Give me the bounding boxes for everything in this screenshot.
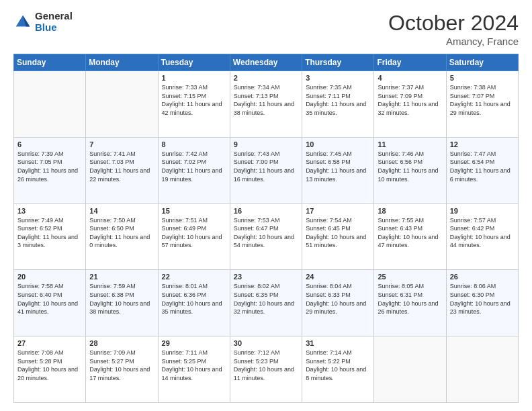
calendar-cell [14, 71, 86, 138]
calendar-cell: 17Sunrise: 7:54 AMSunset: 6:45 PMDayligh… [302, 203, 374, 270]
calendar-cell: 5Sunrise: 7:38 AMSunset: 7:07 PMDaylight… [446, 71, 518, 138]
header: General Blue October 2024 Amancy, France [13, 11, 519, 47]
day-info: Sunrise: 7:34 AMSunset: 7:13 PMDaylight:… [234, 83, 298, 117]
title-block: October 2024 Amancy, France [388, 11, 519, 47]
calendar-cell [86, 71, 158, 138]
day-number: 9 [234, 140, 298, 148]
calendar-week-row: 20Sunrise: 7:58 AMSunset: 6:40 PMDayligh… [14, 270, 519, 336]
calendar-header-friday: Friday [374, 54, 446, 71]
calendar-cell: 1Sunrise: 7:33 AMSunset: 7:15 PMDaylight… [158, 71, 230, 138]
calendar-cell: 30Sunrise: 7:12 AMSunset: 5:23 PMDayligh… [230, 336, 302, 403]
calendar-cell: 18Sunrise: 7:55 AMSunset: 6:43 PMDayligh… [374, 203, 446, 270]
calendar-cell: 21Sunrise: 7:59 AMSunset: 6:38 PMDayligh… [86, 270, 158, 336]
logo-general: General [35, 11, 73, 22]
calendar-cell: 4Sunrise: 7:37 AMSunset: 7:09 PMDaylight… [374, 71, 446, 138]
day-info: Sunrise: 7:47 AMSunset: 6:54 PMDaylight:… [450, 150, 515, 183]
day-info: Sunrise: 7:42 AMSunset: 7:02 PMDaylight:… [162, 150, 226, 183]
calendar-cell: 31Sunrise: 7:14 AMSunset: 5:22 PMDayligh… [302, 336, 374, 403]
calendar-cell: 28Sunrise: 7:09 AMSunset: 5:27 PMDayligh… [86, 336, 158, 403]
calendar-cell: 9Sunrise: 7:43 AMSunset: 7:00 PMDaylight… [230, 137, 302, 203]
day-info: Sunrise: 8:05 AMSunset: 6:31 PMDaylight:… [378, 282, 442, 316]
logo: General Blue [13, 11, 73, 33]
day-number: 27 [17, 339, 82, 347]
day-info: Sunrise: 7:12 AMSunset: 5:23 PMDaylight:… [234, 349, 298, 382]
day-info: Sunrise: 7:54 AMSunset: 6:45 PMDaylight:… [306, 216, 370, 250]
calendar-header-wednesday: Wednesday [230, 54, 302, 71]
calendar-week-row: 1Sunrise: 7:33 AMSunset: 7:15 PMDaylight… [14, 71, 519, 138]
calendar-week-row: 27Sunrise: 7:08 AMSunset: 5:28 PMDayligh… [14, 336, 519, 403]
day-number: 24 [306, 273, 370, 281]
calendar-cell: 24Sunrise: 8:04 AMSunset: 6:33 PMDayligh… [302, 270, 374, 336]
day-info: Sunrise: 7:39 AMSunset: 7:05 PMDaylight:… [17, 150, 82, 183]
day-info: Sunrise: 7:33 AMSunset: 7:15 PMDaylight:… [162, 83, 226, 117]
day-number: 25 [378, 273, 442, 281]
day-number: 1 [162, 74, 226, 82]
calendar-cell: 13Sunrise: 7:49 AMSunset: 6:52 PMDayligh… [14, 203, 86, 270]
calendar-header-saturday: Saturday [446, 54, 518, 71]
day-number: 29 [162, 339, 226, 347]
day-info: Sunrise: 7:14 AMSunset: 5:22 PMDaylight:… [306, 349, 370, 382]
day-info: Sunrise: 7:59 AMSunset: 6:38 PMDaylight:… [89, 282, 154, 316]
day-number: 7 [89, 140, 154, 148]
day-info: Sunrise: 7:38 AMSunset: 7:07 PMDaylight:… [450, 83, 515, 117]
month-title: October 2024 [388, 11, 519, 36]
day-number: 15 [162, 207, 226, 215]
day-number: 5 [450, 74, 515, 82]
day-info: Sunrise: 7:46 AMSunset: 6:56 PMDaylight:… [378, 150, 442, 183]
logo-text: General Blue [35, 11, 73, 33]
location-title: Amancy, France [388, 36, 519, 47]
day-info: Sunrise: 7:55 AMSunset: 6:43 PMDaylight:… [378, 216, 442, 250]
day-number: 22 [162, 273, 226, 281]
calendar-header-monday: Monday [86, 54, 158, 71]
day-number: 3 [306, 74, 370, 82]
calendar-cell: 27Sunrise: 7:08 AMSunset: 5:28 PMDayligh… [14, 336, 86, 403]
day-info: Sunrise: 7:11 AMSunset: 5:25 PMDaylight:… [162, 349, 226, 382]
calendar-week-row: 6Sunrise: 7:39 AMSunset: 7:05 PMDaylight… [14, 137, 519, 203]
day-info: Sunrise: 7:43 AMSunset: 7:00 PMDaylight:… [234, 150, 298, 183]
calendar-cell: 15Sunrise: 7:51 AMSunset: 6:49 PMDayligh… [158, 203, 230, 270]
calendar-header-sunday: Sunday [14, 54, 86, 71]
calendar-week-row: 13Sunrise: 7:49 AMSunset: 6:52 PMDayligh… [14, 203, 519, 270]
day-number: 4 [378, 74, 442, 82]
day-number: 12 [450, 140, 515, 148]
day-info: Sunrise: 7:57 AMSunset: 6:42 PMDaylight:… [450, 216, 515, 250]
day-info: Sunrise: 8:04 AMSunset: 6:33 PMDaylight:… [306, 282, 370, 316]
calendar-header-thursday: Thursday [302, 54, 374, 71]
day-info: Sunrise: 7:37 AMSunset: 7:09 PMDaylight:… [378, 83, 442, 117]
day-info: Sunrise: 7:58 AMSunset: 6:40 PMDaylight:… [17, 282, 82, 316]
day-number: 20 [17, 273, 82, 281]
day-info: Sunrise: 7:51 AMSunset: 6:49 PMDaylight:… [162, 216, 226, 250]
calendar-cell: 14Sunrise: 7:50 AMSunset: 6:50 PMDayligh… [86, 203, 158, 270]
day-number: 6 [17, 140, 82, 148]
day-number: 26 [450, 273, 515, 281]
calendar-header-tuesday: Tuesday [158, 54, 230, 71]
day-number: 18 [378, 207, 442, 215]
calendar-cell [446, 336, 518, 403]
calendar-cell: 26Sunrise: 8:06 AMSunset: 6:30 PMDayligh… [446, 270, 518, 336]
day-info: Sunrise: 7:08 AMSunset: 5:28 PMDaylight:… [17, 349, 82, 382]
calendar-cell: 23Sunrise: 8:02 AMSunset: 6:35 PMDayligh… [230, 270, 302, 336]
day-number: 19 [450, 207, 515, 215]
day-number: 30 [234, 339, 298, 347]
calendar-cell: 25Sunrise: 8:05 AMSunset: 6:31 PMDayligh… [374, 270, 446, 336]
calendar-cell: 19Sunrise: 7:57 AMSunset: 6:42 PMDayligh… [446, 203, 518, 270]
calendar-cell: 11Sunrise: 7:46 AMSunset: 6:56 PMDayligh… [374, 137, 446, 203]
day-number: 8 [162, 140, 226, 148]
calendar-cell: 2Sunrise: 7:34 AMSunset: 7:13 PMDaylight… [230, 71, 302, 138]
day-number: 11 [378, 140, 442, 148]
day-info: Sunrise: 7:53 AMSunset: 6:47 PMDaylight:… [234, 216, 298, 250]
day-info: Sunrise: 7:49 AMSunset: 6:52 PMDaylight:… [17, 216, 82, 250]
calendar-cell: 10Sunrise: 7:45 AMSunset: 6:58 PMDayligh… [302, 137, 374, 203]
day-info: Sunrise: 7:09 AMSunset: 5:27 PMDaylight:… [89, 349, 154, 382]
day-number: 21 [89, 273, 154, 281]
day-number: 10 [306, 140, 370, 148]
day-number: 2 [234, 74, 298, 82]
day-number: 28 [89, 339, 154, 347]
calendar-cell: 8Sunrise: 7:42 AMSunset: 7:02 PMDaylight… [158, 137, 230, 203]
day-info: Sunrise: 7:50 AMSunset: 6:50 PMDaylight:… [89, 216, 154, 250]
calendar-cell: 22Sunrise: 8:01 AMSunset: 6:36 PMDayligh… [158, 270, 230, 336]
day-number: 13 [17, 207, 82, 215]
day-info: Sunrise: 8:02 AMSunset: 6:35 PMDaylight:… [234, 282, 298, 316]
calendar-cell: 12Sunrise: 7:47 AMSunset: 6:54 PMDayligh… [446, 137, 518, 203]
calendar-cell: 29Sunrise: 7:11 AMSunset: 5:25 PMDayligh… [158, 336, 230, 403]
